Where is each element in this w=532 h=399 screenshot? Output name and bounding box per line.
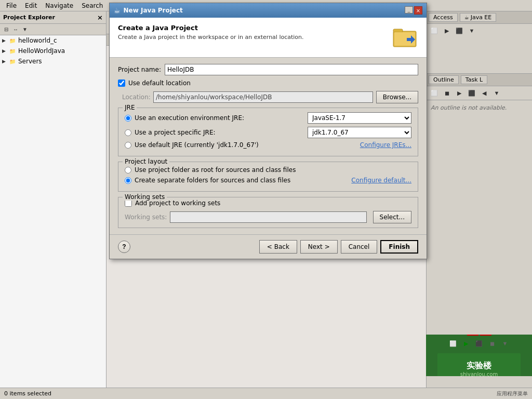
tab-javaee[interactable]: ☕ Java EE	[460, 13, 497, 22]
right-btn-4[interactable]: ▼	[466, 26, 477, 35]
tab-access[interactable]: Access	[429, 13, 458, 22]
console-stop-btn[interactable]	[467, 335, 478, 336]
outline-btn-1[interactable]: ⬜	[429, 88, 440, 98]
jre-radio-1[interactable]	[125, 115, 131, 122]
menu-navigate[interactable]: Navigate	[41, 1, 77, 10]
dialog-minimize-btn[interactable]: _	[405, 6, 413, 14]
project-explorer-header: Project Explorer ×	[0, 11, 106, 24]
tab-outline[interactable]: Outline	[429, 75, 459, 84]
menu-search[interactable]: Search	[77, 1, 107, 10]
layout-radio-2[interactable]	[125, 177, 131, 184]
footer-buttons: < Back Next > Cancel Finish	[259, 240, 418, 254]
status-bar: 0 items selected 应用程序菜单	[0, 388, 532, 399]
select-working-sets-btn[interactable]: Select...	[373, 211, 411, 223]
outline-btn-4[interactable]: ⬛	[466, 88, 477, 98]
dialog-close-btn[interactable]: ×	[414, 6, 422, 15]
tree-item-helloworldjava[interactable]: ▶ 📁 HelloWorldJava	[0, 46, 106, 56]
working-sets-group: Working sets Add project to working sets…	[118, 197, 418, 228]
jre-option-3-row: Use default JRE (currently 'jdk1.7.0_67'…	[125, 141, 411, 149]
menu-edit[interactable]: Edit	[21, 1, 41, 10]
next-button[interactable]: Next >	[300, 240, 338, 254]
tree-item-label: Servers	[18, 58, 42, 65]
javaee-tab-label: Java EE	[471, 14, 492, 21]
jre-radio-3[interactable]	[125, 142, 131, 149]
project-explorer-close[interactable]: ×	[97, 14, 103, 21]
tree-item-label: HelloWorldJava	[18, 47, 65, 55]
right-panel-top: Access ☕ Java EE ⬜ ▶ ⬛ ▼	[426, 11, 532, 74]
outline-btn-2[interactable]: ◼	[441, 88, 453, 98]
dialog-header-icon	[391, 24, 418, 51]
add-to-working-sets-checkbox[interactable]	[125, 200, 132, 207]
configure-default-link[interactable]: Configure default...	[351, 177, 411, 184]
project-name-label: Project name:	[118, 66, 165, 73]
right-panels: Access ☕ Java EE ⬜ ▶ ⬛ ▼ Outline Task L	[426, 11, 532, 388]
access-tab-label: Access	[433, 14, 453, 21]
status-text: 0 items selected	[4, 390, 51, 397]
link-editor-btn[interactable]: ↔	[11, 25, 20, 34]
tree-arrow: ▶	[2, 59, 8, 64]
bottom-btn-1[interactable]: ⬜	[447, 339, 459, 348]
outline-btn-3[interactable]: ▶	[454, 88, 465, 98]
add-to-working-sets-label[interactable]: Add project to working sets	[135, 200, 220, 207]
folder-icon: 📁	[8, 57, 17, 65]
dialog-title-text: New Java Project	[124, 7, 183, 14]
layout-label-1[interactable]: Use project folder as root for sources a…	[135, 166, 411, 174]
tab-taskl[interactable]: Task L	[461, 75, 487, 84]
collapse-all-btn[interactable]: ⊟	[2, 25, 10, 34]
svg-rect-1	[393, 29, 403, 32]
outline-btn-6[interactable]: ▼	[491, 88, 502, 98]
jre-radio-2[interactable]	[125, 129, 131, 136]
project-layout-title: Project layout	[123, 158, 169, 165]
folder-icon: 📁	[8, 47, 17, 55]
tree-item-helloworld[interactable]: ▶ 📁 helloworld_c	[0, 35, 106, 46]
dialog-header-desc: Create a Java project in the workspace o…	[118, 34, 391, 41]
use-default-location-checkbox[interactable]	[118, 79, 125, 87]
bottom-btn-4[interactable]: ◼	[486, 339, 498, 348]
right-btn-1[interactable]: ⬜	[429, 26, 440, 35]
right-btn-2[interactable]: ▶	[441, 26, 453, 35]
jre-dropdown-2[interactable]: jdk1.7.0_67 jdk1.8.0	[308, 127, 411, 138]
layout-option-1-row: Use project folder as root for sources a…	[125, 166, 411, 174]
layout-option-2-row: Create separate folders for sources and …	[125, 177, 411, 184]
layout-radio-1[interactable]	[125, 167, 131, 174]
working-sets-input[interactable]	[170, 211, 366, 223]
dialog-footer: ? < Back Next > Cancel Finish	[110, 234, 427, 259]
browse-button[interactable]: Browse...	[376, 91, 418, 103]
jre-dropdown-1[interactable]: JavaSE-1.7 JavaSE-1.6 JavaSE-1.8	[308, 112, 411, 124]
new-java-project-dialog: ☕ New Java Project _ × Create a Java Pro…	[109, 3, 427, 259]
back-button[interactable]: < Back	[259, 240, 297, 254]
location-row: Location: Browse...	[118, 91, 418, 103]
help-button[interactable]: ?	[118, 241, 130, 253]
tree-item-servers[interactable]: ▶ 📁 Servers	[0, 56, 106, 66]
bottom-btn-3[interactable]: ⬛	[473, 339, 485, 348]
folder-icon: 📁	[8, 36, 17, 45]
jre-group-title: JRE	[123, 104, 137, 111]
add-to-working-sets-row: Add project to working sets	[125, 200, 411, 207]
bottom-btn-2[interactable]: ▶	[460, 339, 472, 348]
outline-btn-5[interactable]: ◀	[478, 88, 490, 98]
tree-item-label: helloworld_c	[18, 37, 57, 44]
location-input[interactable]	[153, 91, 373, 103]
jre-label-3[interactable]: Use default JRE (currently 'jdk1.7.0_67'…	[135, 141, 360, 149]
project-name-row: Project name:	[118, 64, 418, 75]
app-taskbar-label[interactable]: 应用程序菜单	[497, 390, 528, 397]
project-layout-group: Project layout Use project folder as roo…	[118, 162, 418, 192]
tree-arrow: ▶	[2, 38, 8, 43]
view-menu-btn[interactable]: ▼	[21, 25, 29, 34]
jre-label-1[interactable]: Use an execution environment JRE:	[135, 114, 303, 122]
console-btn2[interactable]	[480, 335, 491, 336]
use-default-location-row: Use default location	[118, 79, 418, 87]
use-default-location-label[interactable]: Use default location	[128, 79, 191, 87]
bottom-btn-5[interactable]: ▼	[499, 339, 511, 348]
cancel-button[interactable]: Cancel	[341, 240, 378, 254]
project-name-input[interactable]	[165, 64, 418, 75]
configure-jres-link[interactable]: Configure JREs...	[360, 141, 411, 149]
dialog-header: Create a Java Project Create a Java proj…	[110, 18, 427, 58]
finish-button[interactable]: Finish	[380, 240, 418, 254]
jre-label-2[interactable]: Use a project specific JRE:	[135, 129, 303, 136]
right-btn-3[interactable]: ⬛	[454, 26, 465, 35]
right-top-tabbar: Access ☕ Java EE	[427, 11, 532, 24]
layout-label-2[interactable]: Create separate folders for sources and …	[135, 177, 351, 184]
project-explorer-toolbar: ⊟ ↔ ▼	[0, 24, 106, 35]
menu-file[interactable]: File	[2, 1, 21, 10]
